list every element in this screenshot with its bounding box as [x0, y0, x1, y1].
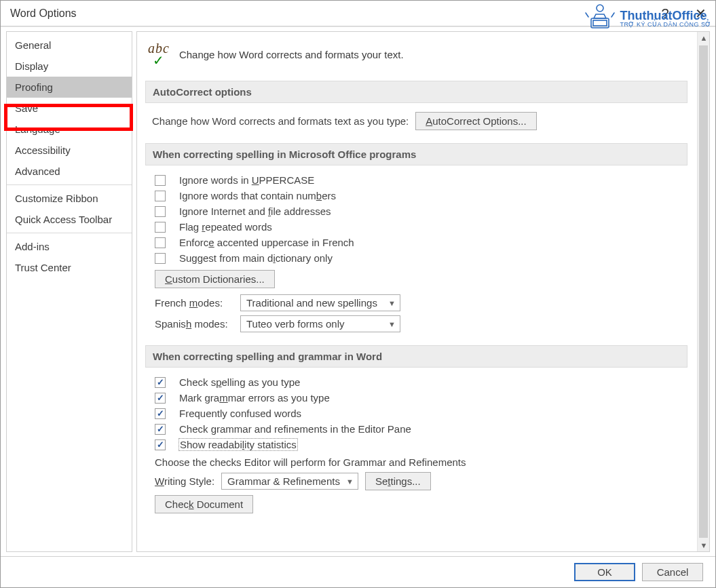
chk-grammar-as-type[interactable] — [155, 393, 166, 404]
chevron-down-icon: ▼ — [346, 477, 354, 486]
proofing-icon: abc ✓ — [148, 41, 170, 67]
chk-ignore-uppercase[interactable] — [155, 175, 166, 186]
chk-french-accent[interactable] — [155, 237, 166, 248]
custom-dictionaries-button[interactable]: Custom Dictionaries... — [155, 270, 275, 288]
lbl-grammar-editor: Check grammar and refinements in the Edi… — [179, 423, 411, 435]
chevron-down-icon: ▼ — [388, 299, 396, 307]
scroll-up-arrow-icon[interactable]: ▲ — [698, 32, 710, 44]
lbl-ignore-internet: Ignore Internet and file addresses — [179, 205, 331, 217]
autocorrect-desc: Change how Word corrects and formats tex… — [152, 115, 409, 127]
chk-confused-words[interactable] — [155, 408, 166, 419]
dialog-footer: OK Cancel — [1, 556, 715, 587]
chk-ignore-internet[interactable] — [155, 206, 166, 217]
sidebar-item-trust-center[interactable]: Trust Center — [7, 257, 132, 278]
sidebar-item-customize-ribbon[interactable]: Customize Ribbon — [7, 188, 132, 209]
chk-repeated-words[interactable] — [155, 222, 166, 233]
lbl-ignore-numbers: Ignore words that contain numbers — [179, 190, 336, 201]
autocorrect-options-button[interactable]: AutoCorrect Options... — [415, 112, 536, 130]
sidebar-separator — [7, 233, 132, 233]
lbl-spelling-as-type: Check spelling as you type — [179, 376, 300, 388]
help-icon[interactable]: ? — [650, 1, 680, 26]
writing-style-select[interactable]: Grammar & Refinements▼ — [221, 473, 358, 490]
scroll-down-arrow-icon[interactable]: ▼ — [698, 539, 710, 551]
sidebar-item-quick-access-toolbar[interactable]: Quick Access Toolbar — [7, 209, 132, 230]
main-panel: abc ✓ Change how Word corrects and forma… — [137, 32, 697, 551]
cancel-button[interactable]: Cancel — [642, 563, 703, 581]
vertical-scrollbar[interactable]: ▲ ▼ — [697, 32, 709, 551]
sidebar-item-general[interactable]: General — [7, 35, 132, 56]
chk-grammar-editor[interactable] — [155, 424, 166, 435]
french-modes-select[interactable]: Traditional and new spellings▼ — [240, 294, 400, 311]
spanish-modes-select[interactable]: Tuteo verb forms only▼ — [240, 315, 400, 332]
sidebar-item-display[interactable]: Display — [7, 56, 132, 77]
word-options-dialog: Word Options ? ✕ ThuthuatOffice TRỢ KÝ C… — [0, 0, 716, 588]
french-modes-value: Traditional and new spellings — [246, 297, 377, 309]
french-modes-label: French modes: — [155, 297, 233, 309]
page-header-text: Change how Word corrects and formats you… — [179, 49, 404, 60]
scrollbar-thumb[interactable] — [699, 45, 708, 538]
lbl-main-dict: Suggest from main dictionary only — [179, 252, 333, 264]
sidebar-item-accessibility[interactable]: Accessibility — [7, 140, 132, 161]
titlebar: Word Options ? ✕ — [1, 1, 715, 26]
writing-style-label: Writing Style: — [155, 475, 214, 487]
section-office-title: When correcting spelling in Microsoft Of… — [145, 143, 687, 165]
lbl-confused-words: Frequently confused words — [179, 408, 301, 419]
chk-ignore-numbers[interactable] — [155, 191, 166, 201]
writing-style-value: Grammar & Refinements — [227, 475, 340, 487]
spanish-modes-label: Spanish modes: — [155, 318, 233, 330]
sidebar-item-add-ins[interactable]: Add-ins — [7, 236, 132, 257]
sidebar-item-proofing[interactable]: Proofing — [7, 77, 132, 98]
sidebar-separator — [7, 184, 132, 185]
sidebar-item-save[interactable]: Save — [7, 98, 132, 119]
sidebar-item-language[interactable]: Language — [7, 119, 132, 140]
section-word-title: When correcting spelling and grammar in … — [145, 345, 687, 368]
ok-button[interactable]: OK — [574, 563, 635, 581]
main-panel-wrap: abc ✓ Change how Word corrects and forma… — [136, 31, 710, 552]
lbl-french-accent: Enforce accented uppercase in French — [179, 237, 354, 248]
chevron-down-icon: ▼ — [388, 320, 396, 328]
chk-main-dict[interactable] — [155, 253, 166, 264]
category-sidebar: General Display Proofing Save Language A… — [6, 31, 132, 552]
lbl-repeated-words: Flag repeated words — [179, 221, 272, 233]
dialog-title: Word Options — [10, 7, 77, 19]
check-document-button[interactable]: Check Document — [155, 495, 253, 513]
spanish-modes-value: Tuteo verb forms only — [246, 318, 345, 330]
chk-readability[interactable] — [155, 439, 166, 450]
sidebar-item-advanced[interactable]: Advanced — [7, 161, 132, 182]
editor-checks-desc: Choose the checks Editor will perform fo… — [155, 456, 466, 468]
chk-spelling-as-type[interactable] — [155, 377, 166, 388]
section-autocorrect-title: AutoCorrect options — [145, 81, 687, 103]
page-header: abc ✓ Change how Word corrects and forma… — [145, 32, 687, 79]
settings-button[interactable]: Settings... — [365, 472, 431, 490]
close-icon[interactable]: ✕ — [685, 1, 715, 26]
lbl-grammar-as-type: Mark grammar errors as you type — [179, 392, 330, 404]
lbl-ignore-uppercase: Ignore words in UPPERCASE — [179, 174, 314, 186]
lbl-readability: Show readability statistics — [179, 439, 297, 450]
